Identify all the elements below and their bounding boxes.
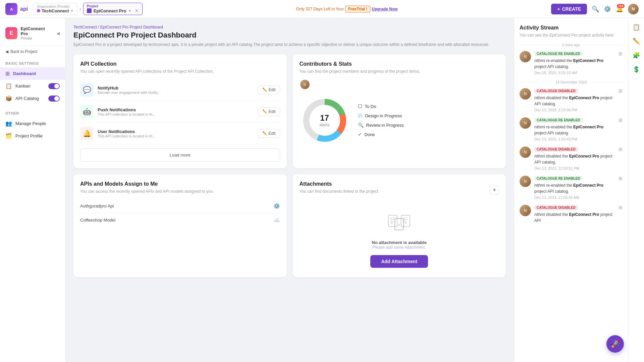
dashboard-bottom-grid: APIs and Models Assign to Me You can acc… bbox=[73, 174, 506, 277]
project-close-icon[interactable]: ✕ bbox=[135, 8, 139, 13]
donut-chart: 17 Items bbox=[300, 95, 350, 145]
design-icon: ⟨/⟩ bbox=[358, 113, 363, 118]
api-item-notifyhub: 💬 NotifyHub Elevate user engagement with… bbox=[80, 79, 280, 101]
edit-icon-2: ✏️ bbox=[262, 109, 267, 114]
activity-date-0: Dec 28, 2023, 9:23:15 AM bbox=[534, 71, 615, 75]
top-navigation: ∧ api Organization (Private) TechConnect… bbox=[0, 0, 644, 18]
api-collection-desc: You can open recently opened API collect… bbox=[80, 69, 280, 74]
sidebar-project-type: Private bbox=[21, 36, 53, 40]
sidebar-item-project-profile[interactable]: 🗂️ Project Profile bbox=[0, 130, 65, 142]
project-profile-icon: 🗂️ bbox=[5, 133, 12, 139]
activity-date-3: Dec 13, 2023, 12:00:51 PM bbox=[534, 166, 615, 170]
donut-count: 17 bbox=[320, 113, 329, 123]
attachments-desc: You can find documents linked to the pro… bbox=[300, 189, 379, 194]
sidebar-item-kanban[interactable]: 📋 Kanban bbox=[0, 80, 65, 92]
contributors-title: Contributors & Stats bbox=[300, 61, 499, 67]
legend-done: ✔ Done bbox=[358, 132, 404, 137]
notification-button[interactable]: 🔔 150 bbox=[616, 5, 623, 13]
done-label: Done bbox=[365, 132, 375, 137]
empty-attachments: ✕ ✕ ✕ No attachment is available Please … bbox=[300, 201, 499, 270]
right-icon-1[interactable]: ✏️ bbox=[633, 38, 640, 45]
activity-text-3: nithmi disabled the EpiConnect Pro proje… bbox=[534, 153, 615, 165]
user-avatar[interactable]: N bbox=[628, 4, 639, 14]
notifyhub-name: NotifyHub bbox=[98, 85, 254, 90]
logo-icon: ∧ bbox=[5, 3, 17, 15]
chart-legend: ☐ To Do ⟨/⟩ Design in Progress 🔍 Review … bbox=[358, 104, 404, 137]
trial-text: Only 327 Days Left in Your bbox=[296, 7, 344, 11]
api-item-user-notif: 🔔 User Notifications This API collection… bbox=[80, 123, 280, 144]
create-button[interactable]: + CREATE bbox=[551, 4, 587, 14]
sidebar-item-api-catalog[interactable]: 📦 API Catalog bbox=[0, 92, 65, 105]
activity-avatar-5: N bbox=[520, 205, 531, 216]
sidebar: E EpiConnect Pro Private ◀ ◀ Back to Pro… bbox=[0, 18, 65, 362]
other-section-label: Other bbox=[0, 107, 65, 117]
attachments-title: Attachments bbox=[300, 181, 379, 187]
org-selector[interactable]: Organization (Private) TechConnect ▼ bbox=[33, 3, 77, 15]
logo-text: api bbox=[20, 6, 28, 12]
activity-text-4: nithmi re-enabled the EpiConnect Pro pro… bbox=[534, 182, 615, 194]
notifyhub-edit-button[interactable]: ✏️ Edit bbox=[258, 85, 280, 94]
settings-button[interactable]: ⚙️ bbox=[604, 5, 611, 13]
push-edit-button[interactable]: ✏️ Edit bbox=[258, 107, 280, 116]
sidebar-collapse-button[interactable]: ◀ bbox=[56, 31, 60, 36]
breadcrumb-org[interactable]: TechConnect bbox=[73, 25, 97, 29]
activity-stream-panel: Activity Stream You can see the EpiConne… bbox=[514, 18, 628, 362]
sidebar-kanban-label: Kanban bbox=[15, 83, 45, 88]
main-content: TechConnect / EpiConnect Pro Project Das… bbox=[65, 18, 514, 362]
activity-title: Activity Stream bbox=[520, 25, 623, 31]
right-icon-3[interactable]: 💲 bbox=[633, 66, 640, 73]
activity-text-0: nithmi re-enabled the EpiConnect Pro pro… bbox=[534, 58, 615, 70]
api-collection-card: API Collection You can open recently ope… bbox=[73, 54, 287, 168]
right-icon-2[interactable]: 🧩 bbox=[633, 52, 640, 59]
review-icon: 🔍 bbox=[358, 122, 364, 128]
page-description: EpiConnect Pro is a project developed by… bbox=[73, 42, 506, 48]
authgurad-name: Authguradpro Api bbox=[80, 203, 273, 208]
activity-action-icon-1: ⊞ bbox=[619, 88, 623, 112]
sidebar-item-dashboard[interactable]: ⊞ Dashboard bbox=[0, 67, 65, 80]
search-button[interactable]: 🔍 bbox=[592, 5, 599, 13]
project-selector[interactable]: Project EpiConnect Pro ▼ ✕ bbox=[83, 3, 143, 15]
activity-item-5: N CATALOGUE DISABLED nithmi disabled the… bbox=[520, 205, 623, 224]
assigned-item-coffeeshop: Coffeeshop Model ☁️ bbox=[80, 213, 280, 227]
activity-action-icon-2: ⊞ bbox=[619, 117, 623, 141]
sidebar-item-label: Dashboard bbox=[13, 71, 60, 76]
svg-text:✕: ✕ bbox=[398, 223, 400, 227]
sidebar-api-catalog-label: API Catalog bbox=[15, 96, 45, 101]
api-catalog-toggle[interactable] bbox=[48, 96, 60, 102]
floating-action-icon: 🚀 bbox=[611, 340, 620, 348]
sidebar-item-manage-people[interactable]: 👥 Manage People bbox=[0, 117, 65, 130]
svg-text:✕: ✕ bbox=[390, 221, 393, 225]
load-more-button[interactable]: Load more bbox=[80, 148, 280, 162]
attachment-add-icon[interactable]: + bbox=[490, 185, 499, 195]
activity-tag-1: CATALOGUE DISABLED bbox=[534, 88, 578, 94]
activity-avatar-1: N bbox=[520, 88, 531, 100]
kanban-icon: 📋 bbox=[5, 83, 12, 89]
attachments-card: Attachments You can find documents linke… bbox=[293, 174, 506, 277]
right-icon-0[interactable]: 📋 bbox=[633, 23, 640, 31]
todo-label: To Do bbox=[365, 104, 376, 109]
activity-item-2: N CATALOGUE RE ENABLED nithmi re-enabled… bbox=[520, 117, 623, 141]
edit-icon-3: ✏️ bbox=[262, 131, 267, 136]
back-to-project-link[interactable]: ◀ Back to Project bbox=[0, 46, 65, 57]
trial-badge: FreeTrial ! bbox=[345, 6, 370, 12]
nav-separator-icon: › bbox=[77, 6, 83, 12]
push-desc: This API collection is located in th... bbox=[98, 112, 254, 116]
activity-tag-2: CATALOGUE RE ENABLED bbox=[534, 118, 583, 123]
assigned-title: APIs and Models Assign to Me bbox=[80, 181, 280, 187]
sidebar-project-icon: E bbox=[5, 27, 17, 39]
add-attachment-button[interactable]: Add Attachment bbox=[370, 255, 428, 268]
activity-action-icon-0: ⊞ bbox=[619, 51, 623, 75]
activity-text-2: nithmi re-enabled the EpiConnect Pro pro… bbox=[534, 124, 615, 136]
activity-tag-3: CATALOGUE DISABLED bbox=[534, 147, 578, 152]
kanban-toggle[interactable] bbox=[48, 83, 60, 89]
activity-content-1: CATALOGUE DISABLED nithmi disabled the E… bbox=[534, 88, 615, 112]
donut-label: 17 Items bbox=[320, 113, 329, 127]
activity-tag-4: CATALOGUE RE ENABLED bbox=[534, 176, 583, 181]
donut-section: 17 Items ☐ To Do ⟨/⟩ Design in Progress bbox=[300, 95, 499, 145]
user-notif-edit-button[interactable]: ✏️ Edit bbox=[258, 129, 280, 138]
org-label: Organization (Private) bbox=[37, 5, 73, 8]
upgrade-link[interactable]: Upgrade Now bbox=[372, 7, 397, 11]
floating-action-button[interactable]: 🚀 bbox=[606, 335, 624, 353]
sidebar-manage-people-label: Manage People bbox=[15, 121, 60, 126]
contributors-card: Contributors & Stats You can find the pr… bbox=[293, 54, 506, 168]
